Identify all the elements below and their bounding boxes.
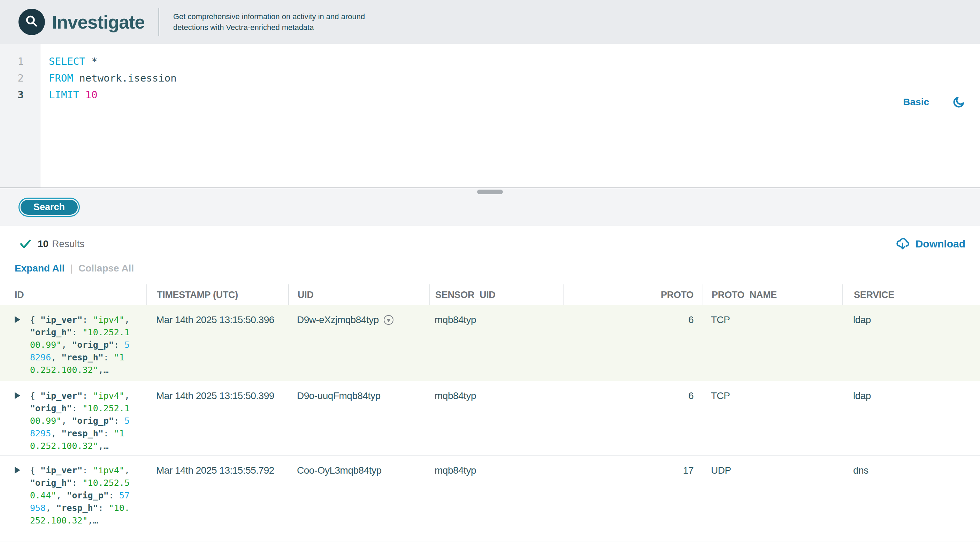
row-uid: D9o-uuqFmqb84typ bbox=[297, 390, 380, 401]
row-id-json: { "ip_ver": "ipv4", "orig_h": "10.252.1 … bbox=[30, 314, 130, 376]
row-sensor-uid: mqb84typ bbox=[430, 456, 563, 541]
search-button-ring[interactable]: Search bbox=[19, 197, 80, 217]
table-header-row: ID TIMESTAMP (UTC) UID SENSOR_UID PROTO … bbox=[0, 284, 980, 305]
investigate-logo bbox=[19, 9, 45, 35]
expand-controls: Expand All | Collapse All bbox=[0, 263, 980, 274]
row-timestamp: Mar 14th 2025 13:15:50.396 bbox=[146, 305, 288, 381]
row-timestamp: Mar 14th 2025 13:15:55.792 bbox=[146, 456, 288, 541]
row-uid: D9w-eXzjmqb84typ bbox=[297, 314, 379, 325]
dark-mode-toggle-icon[interactable] bbox=[952, 96, 966, 109]
row-id-json: { "ip_ver": "ipv4", "orig_h": "10.252.5 … bbox=[30, 464, 130, 527]
row-proto-name: TCP bbox=[703, 381, 842, 455]
row-service: ldap bbox=[842, 381, 980, 455]
results-count-label: Results bbox=[52, 238, 84, 250]
code-line: 2 FROM network.isession bbox=[0, 70, 980, 86]
subtitle-line-2: detections with Vectra-enriched metadata bbox=[173, 22, 365, 33]
cloud-download-icon bbox=[895, 237, 910, 251]
basic-mode-button[interactable]: Basic bbox=[903, 97, 929, 108]
controls-separator: | bbox=[70, 263, 73, 274]
row-uid: Coo-OyL3mqb84typ bbox=[297, 465, 382, 476]
table-row: { "ip_ver": "ipv4", "orig_h": "10.252.5 … bbox=[0, 456, 980, 542]
panel-resize-handle[interactable] bbox=[477, 189, 503, 194]
expand-row-icon[interactable] bbox=[14, 392, 20, 399]
success-check-icon bbox=[19, 239, 31, 249]
row-id-json: { "ip_ver": "ipv4", "orig_h": "10.252.1 … bbox=[30, 390, 130, 452]
code-text: LIMIT 10 bbox=[40, 89, 98, 101]
results-table: ID TIMESTAMP (UTC) UID SENSOR_UID PROTO … bbox=[0, 284, 980, 542]
investigate-page: Investigate Get comprehensive informatio… bbox=[0, 0, 980, 543]
table-row: { "ip_ver": "ipv4", "orig_h": "10.252.1 … bbox=[0, 381, 980, 456]
app-header: Investigate Get comprehensive informatio… bbox=[0, 0, 980, 44]
page-subtitle: Get comprehensive information on activit… bbox=[173, 11, 365, 33]
row-sensor-uid: mqb84typ bbox=[430, 305, 563, 381]
download-button[interactable]: Download bbox=[895, 237, 966, 251]
uid-dropdown-icon[interactable] bbox=[384, 315, 393, 325]
column-header-proto[interactable]: PROTO bbox=[563, 284, 703, 305]
table-row: { "ip_ver": "ipv4", "orig_h": "10.252.1 … bbox=[0, 305, 980, 381]
column-header-uid[interactable]: UID bbox=[288, 284, 430, 305]
row-sensor-uid: mqb84typ bbox=[430, 381, 563, 455]
line-number: 2 bbox=[0, 72, 40, 84]
results-bar: 10 Results Download bbox=[0, 226, 980, 251]
query-editor[interactable]: 1 SELECT * 2 FROM network.isession 3 LIM… bbox=[0, 44, 980, 188]
row-proto: 6 bbox=[563, 305, 703, 381]
results-count: 10 bbox=[38, 238, 48, 250]
expand-row-icon[interactable] bbox=[14, 467, 20, 474]
collapse-all-button[interactable]: Collapse All bbox=[78, 263, 134, 274]
search-button[interactable]: Search bbox=[21, 200, 78, 215]
code-line-active: 3 LIMIT 10 bbox=[0, 86, 980, 103]
row-proto-name: TCP bbox=[703, 305, 842, 381]
column-header-timestamp[interactable]: TIMESTAMP (UTC) bbox=[146, 284, 288, 305]
line-number: 1 bbox=[0, 56, 40, 67]
code-line: 1 SELECT * bbox=[0, 53, 980, 70]
column-header-sensor-uid[interactable]: SENSOR_UID bbox=[430, 284, 563, 305]
expand-all-button[interactable]: Expand All bbox=[14, 263, 65, 274]
column-header-id[interactable]: ID bbox=[0, 284, 146, 305]
download-label: Download bbox=[916, 238, 966, 250]
row-proto: 6 bbox=[563, 381, 703, 455]
row-proto: 17 bbox=[563, 456, 703, 541]
search-icon bbox=[24, 14, 40, 30]
column-header-service[interactable]: SERVICE bbox=[842, 284, 980, 305]
subtitle-line-1: Get comprehensive information on activit… bbox=[173, 11, 365, 22]
line-number: 3 bbox=[0, 89, 40, 101]
expand-row-icon[interactable] bbox=[14, 316, 20, 323]
row-proto-name: UDP bbox=[703, 456, 842, 541]
column-header-proto-name[interactable]: PROTO_NAME bbox=[703, 284, 842, 305]
page-title: Investigate bbox=[52, 11, 145, 33]
search-bar: Search bbox=[0, 188, 980, 226]
code-text: SELECT * bbox=[40, 56, 98, 67]
row-timestamp: Mar 14th 2025 13:15:50.399 bbox=[146, 381, 288, 455]
code-text: FROM network.isession bbox=[40, 72, 177, 84]
header-divider bbox=[159, 8, 159, 36]
row-service: ldap bbox=[842, 305, 980, 381]
row-service: dns bbox=[842, 456, 980, 541]
